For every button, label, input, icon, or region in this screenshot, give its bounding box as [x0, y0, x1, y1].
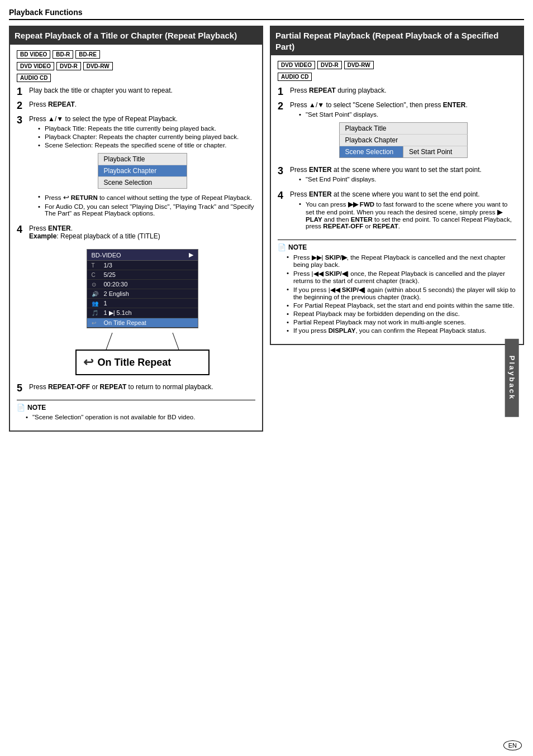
right-step-4-sub: You can press ▶▶ FWD to fast forward to …	[299, 200, 516, 229]
step-2-num: 2	[17, 101, 29, 112]
bd-row-repeat: ↩ On Title Repeat	[87, 318, 198, 328]
right-note-bullets: Press ▶▶| SKIP/▶, the Repeat Playback is…	[287, 253, 516, 334]
menu-playback-chapter: Playback Chapter	[98, 165, 187, 177]
right-step-3: 3 Press ENTER at the scene where you wan…	[278, 166, 516, 187]
title-value: 1/3	[104, 262, 193, 269]
otr-box: ↩ On Title Repeat	[75, 350, 210, 375]
right-menu-playback-title: Playback Title	[339, 122, 468, 135]
otr-icon: ↩	[83, 355, 93, 370]
bd-row-chapter: C 5/25	[87, 270, 198, 280]
step-5-num: 5	[17, 383, 29, 394]
left-note-bullet-1: "Scene Selection" operation is not avail…	[26, 414, 255, 420]
right-note-bullet-7: If you press DISPLAY, you can confirm th…	[287, 327, 516, 334]
chapter-value: 5/25	[104, 271, 193, 278]
extra-bullets: Press ↩ RETURN to cancel without setting…	[38, 193, 255, 217]
step-1-num: 1	[17, 87, 29, 98]
menu-playback-title: Playback Title	[98, 154, 187, 165]
step-4-content: Press ENTER. Example: Repeat playback of…	[29, 224, 255, 380]
badge-bd-video: BD VIDEO	[17, 50, 50, 59]
step-1-content: Play back the title or chapter you want …	[29, 87, 255, 94]
badge-row-2: DVD VIDEO DVD-R DVD-RW	[17, 62, 255, 70]
chapter-icon: C	[92, 272, 101, 278]
badge-audio-cd: AUDIO CD	[17, 74, 51, 82]
right-step-2-num: 2	[278, 101, 290, 112]
bd-row-time: ⊙ 00:20:30	[87, 280, 198, 289]
step-5-content: Press REPEAT-OFF or REPEAT to return to …	[29, 383, 255, 391]
audio-icon: 🔊	[92, 291, 101, 297]
step-4: 4 Press ENTER. Example: Repeat playback …	[17, 224, 255, 380]
title-icon: T	[92, 262, 101, 269]
right-note-bullet-6: Partial Repeat Playback may not work in …	[287, 319, 516, 326]
bd-row-audio: 🔊 2 English	[87, 289, 198, 299]
badge-bd-r: BD-R	[53, 50, 73, 59]
bd-label: BD-VIDEO	[92, 252, 121, 259]
right-badge-dvd-rw: DVD-RW	[344, 61, 374, 69]
bd-row-angle: 👥 1	[87, 299, 198, 308]
step-3-num: 3	[17, 115, 29, 126]
two-column-layout: Repeat Playback of a Title or Chapter (R…	[9, 26, 524, 432]
page-wrapper: Playback Functions Repeat Playback of a …	[0, 0, 533, 756]
note-icon-right: 📄	[278, 243, 286, 251]
step-4-example: Example: Repeat playback of a title (TIT…	[29, 232, 160, 240]
audio2-icon: 🎵	[92, 310, 101, 316]
left-note-title: 📄 NOTE	[17, 404, 255, 412]
page-number: EN	[503, 740, 522, 750]
step-1: 1 Play back the title or chapter you wan…	[17, 87, 255, 98]
bd-row-audio2: 🎵 1 ▶| 5.1ch	[87, 308, 198, 318]
audio-value: 2 English	[104, 290, 193, 297]
bd-play-icon: ▶	[189, 251, 193, 259]
right-menu-scene-selection: Scene Selection	[339, 146, 404, 158]
right-step-2: 2 Press ▲/▼ to select "Scene Selection",…	[278, 101, 516, 162]
step-2-content: Press REPEAT.	[29, 101, 255, 108]
right-menu-playback-chapter: Playback Chapter	[339, 135, 468, 146]
bullet-playback-title: Playback Title: Repeats the title curren…	[38, 125, 255, 132]
step-2-bold: REPEAT	[48, 101, 75, 108]
step-4-text: Press ENTER.	[29, 224, 73, 232]
audio2-value: 1 ▶| 5.1ch	[104, 309, 193, 317]
right-step-2-sub: "Set Start Point" displays.	[299, 111, 516, 118]
angle-icon: 👥	[92, 300, 101, 307]
right-step-3-num: 3	[278, 166, 290, 177]
right-note-bullet-4: For Partial Repeat Playback, set the sta…	[287, 302, 516, 309]
menu-scene-selection: Scene Selection	[98, 177, 187, 188]
right-menu-bottom-row: Scene Selection Set Start Point	[339, 146, 468, 158]
right-step-2-content: Press ▲/▼ to select "Scene Selection", t…	[290, 101, 516, 162]
right-step-2-bullets: "Set Start Point" displays.	[299, 111, 516, 118]
page-title: Playback Functions	[9, 8, 524, 20]
right-section: Partial Repeat Playback (Repeat Playback…	[270, 26, 524, 345]
right-step-3-content: Press ENTER at the scene where you want …	[290, 166, 516, 187]
left-menu-box: Playback Title Playback Chapter Scene Se…	[98, 153, 187, 189]
step-5: 5 Press REPEAT-OFF or REPEAT to return t…	[17, 383, 255, 394]
step-2: 2 Press REPEAT.	[17, 101, 255, 112]
right-note: 📄 NOTE Press ▶▶| SKIP/▶, the Repeat Play…	[278, 240, 516, 334]
repeat-icon: ↩	[92, 320, 101, 326]
left-section-title: Repeat Playback of a Title or Chapter (R…	[10, 27, 262, 45]
badge-bd-re: BD-RE	[75, 50, 100, 59]
right-note-bullet-5: Repeat Playback may be forbidden dependi…	[287, 310, 516, 317]
right-badge-dvd-r: DVD-R	[317, 61, 342, 69]
step-4-num: 4	[17, 224, 29, 236]
step-3-bullets: Playback Title: Repeats the title curren…	[38, 125, 255, 149]
left-note: 📄 NOTE "Scene Selection" operation is no…	[17, 400, 255, 420]
right-note-bullet-1: Press ▶▶| SKIP/▶, the Repeat Playback is…	[287, 253, 516, 268]
right-step-4: 4 Press ENTER at the scene where you wan…	[278, 190, 516, 234]
right-note-bullet-3: If you press |◀◀ SKIP/◀| again (within a…	[287, 286, 516, 300]
step-3-content: Press ▲/▼ to select the type of Repeat P…	[29, 115, 255, 221]
bd-header: BD-VIDEO ▶	[87, 250, 198, 261]
right-note-title: 📄 NOTE	[278, 243, 516, 251]
bullet-scene-selection: Scene Selection: Repeats the specified s…	[38, 142, 255, 149]
badge-dvd-rw: DVD-RW	[83, 62, 113, 70]
time-icon: ⊙	[92, 281, 101, 288]
bd-row-title: T 1/3	[87, 261, 198, 270]
time-value: 00:20:30	[104, 281, 193, 288]
step-3: 3 Press ▲/▼ to select the type of Repeat…	[17, 115, 255, 221]
badge-dvd-video: DVD VIDEO	[17, 62, 54, 70]
right-step-4-content: Press ENTER at the scene where you want …	[290, 190, 516, 234]
note-icon-left: 📄	[17, 404, 25, 412]
bd-display: BD-VIDEO ▶ T 1/3 C 5/25	[87, 249, 198, 328]
left-section: Repeat Playback of a Title or Chapter (R…	[9, 26, 263, 432]
badge-row-1: BD VIDEO BD-R BD-RE	[17, 50, 255, 59]
right-step-4-num: 4	[278, 190, 290, 202]
right-badge-dvd-video: DVD VIDEO	[278, 61, 315, 69]
angle-value: 1	[104, 300, 193, 307]
